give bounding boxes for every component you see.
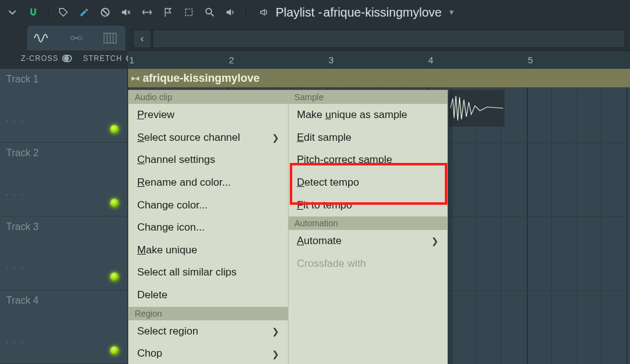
menu-group-header: Audio clip: [129, 90, 288, 104]
magnet-icon[interactable]: [27, 6, 39, 18]
submenu-arrow-icon: ❯: [272, 325, 279, 338]
mute-icon[interactable]: [120, 6, 132, 18]
menu-item-select-similar[interactable]: Select all similar clips: [129, 261, 288, 284]
menu-item-crossfade: Crossfade with: [289, 253, 448, 275]
menu-item-chop[interactable]: Chop❯: [129, 342, 288, 364]
track-dots: . . .: [6, 261, 24, 271]
menu-item-fit-to-tempo[interactable]: Fit to tempo: [289, 194, 448, 217]
submenu-arrow-icon: ❯: [272, 348, 279, 360]
menu-item-pitch-correct[interactable]: Pitch-correct sample: [289, 149, 448, 172]
track-enable-led[interactable]: [110, 199, 119, 207]
menu-item-detect-tempo[interactable]: Detect tempo: [289, 172, 448, 194]
track-header[interactable]: Track 4 . . .: [0, 290, 127, 364]
track-dots: . . .: [6, 188, 24, 197]
menu-item-select-source-channel[interactable]: Select source channel❯: [129, 127, 288, 149]
ruler-tick: 2: [229, 55, 234, 65]
menu-item-make-unique[interactable]: Make unique: [129, 239, 288, 262]
zoom-icon[interactable]: [204, 6, 216, 18]
window-title-prefix: Playlist -: [276, 6, 322, 20]
track-name: Track 3: [6, 221, 39, 232]
hstretch-icon[interactable]: [141, 6, 153, 18]
piano-tab-icon[interactable]: [98, 30, 122, 47]
divider: [245, 6, 246, 19]
track-list: Track 1 . . . Track 2 . . . Track 3 . . …: [0, 69, 128, 364]
menu-item-change-icon[interactable]: Change icon...: [129, 216, 288, 239]
ruler-tick: 1: [129, 55, 134, 65]
menu-item-preview[interactable]: Preview: [129, 104, 288, 127]
svg-rect-1: [186, 9, 193, 16]
svg-point-4: [78, 36, 82, 40]
volume-icon[interactable]: [225, 6, 237, 18]
track-name: Track 1: [6, 74, 39, 84]
noentry-icon[interactable]: [99, 6, 111, 18]
zcross-toggle[interactable]: [62, 55, 72, 62]
svg-point-2: [206, 9, 212, 14]
track-header[interactable]: Track 2 . . .: [0, 143, 127, 216]
menu-group-header: Region: [129, 307, 288, 320]
nav-address-slot[interactable]: [153, 30, 625, 48]
link-tab-icon[interactable]: [64, 30, 89, 47]
menu-item-automate[interactable]: Automate❯: [289, 230, 448, 253]
context-menu-col-right: Sample Make unique as sample Edit sample…: [288, 90, 448, 364]
crop-icon[interactable]: [183, 6, 195, 18]
tag-icon[interactable]: [57, 6, 70, 18]
timeline-ruler[interactable]: 1 2 3 4 5: [128, 50, 630, 69]
track-header[interactable]: Track 3 . . .: [0, 216, 127, 290]
view-mode-tabs: [27, 26, 126, 50]
divider: [48, 6, 49, 19]
waveform-tab-icon[interactable]: [30, 30, 55, 47]
track-dots: . . .: [6, 335, 24, 345]
speaker-icon[interactable]: [258, 6, 271, 18]
menu-item-edit-sample[interactable]: Edit sample: [289, 127, 448, 149]
clip-name: afrique-kissingmylove: [143, 72, 260, 85]
menu-group-header: Automation: [289, 216, 448, 230]
playlist-canvas[interactable]: ▸◂ afrique-kissingmylove Audio clip Prev…: [128, 69, 630, 364]
track-enable-led[interactable]: [110, 346, 119, 355]
clip-title-bar[interactable]: ▸◂ afrique-kissingmylove: [128, 69, 630, 87]
nav-back-button[interactable]: ‹: [133, 30, 151, 48]
window-title-file: afrique-kissingmylove: [324, 6, 442, 20]
menu-item-make-unique-sample[interactable]: Make unique as sample: [289, 104, 448, 127]
menu-group-header: Sample: [289, 90, 448, 104]
menu-item-rename-and-color[interactable]: Rename and color...: [129, 172, 288, 194]
menu-item-change-color[interactable]: Change color...: [129, 194, 288, 217]
ruler-tick: 3: [329, 55, 333, 65]
track-dots: . . .: [6, 114, 24, 124]
track-enable-led[interactable]: [110, 125, 119, 133]
clip-mute-icon[interactable]: ▸◂: [132, 74, 139, 82]
clip-waveform[interactable]: [449, 90, 504, 127]
submenu-arrow-icon: ❯: [431, 235, 439, 247]
submenu-arrow-icon: ❯: [272, 132, 279, 144]
flag-icon[interactable]: [162, 6, 174, 18]
track-name: Track 4: [6, 295, 39, 306]
track-header[interactable]: Track 1 . . .: [0, 69, 127, 143]
chevron-down-icon[interactable]: [6, 6, 18, 18]
ruler-tick: 5: [528, 55, 533, 65]
svg-point-3: [71, 36, 74, 40]
menu-item-select-region[interactable]: Select region❯: [129, 320, 288, 343]
zcross-label: Z-CROSS: [21, 54, 58, 63]
stretch-label: STRETCH: [83, 54, 122, 63]
menu-item-delete[interactable]: Delete: [129, 284, 288, 307]
title-dropdown-icon[interactable]: ▼: [448, 8, 455, 17]
menu-item-channel-settings[interactable]: Channel settings: [129, 149, 288, 172]
context-menu-col-left: Audio clip Preview Select source channel…: [129, 90, 288, 364]
track-enable-led[interactable]: [110, 272, 119, 281]
context-menu: Audio clip Preview Select source channel…: [128, 90, 448, 364]
ruler-tick: 4: [428, 55, 433, 65]
brush-icon[interactable]: [78, 6, 90, 18]
track-name: Track 2: [6, 148, 39, 158]
